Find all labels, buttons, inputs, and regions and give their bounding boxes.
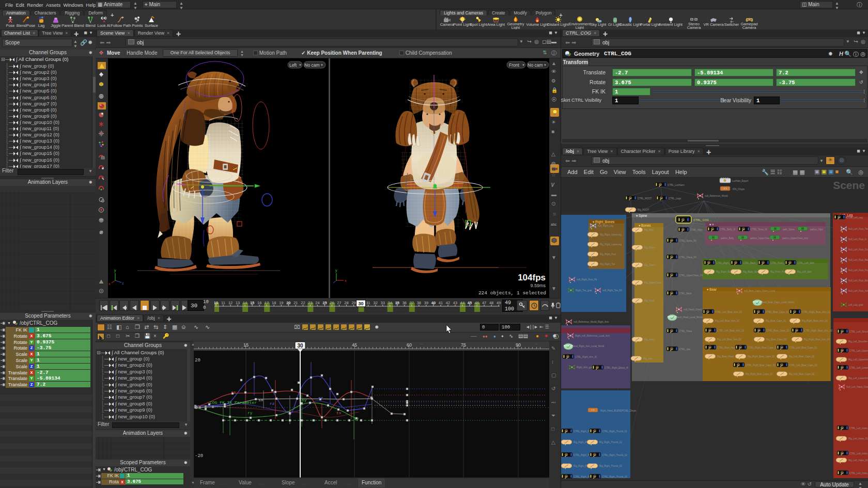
svg-text:CTRL_Right_Bear_Arm_01: CTRL_Right_Bear_Arm_01 [802,311,831,313]
svg-text:Rig_Bear_Head: Rig_Bear_Head [717,355,734,358]
svg-text:20: 20 [286,301,290,305]
svg-text:19: 19 [279,301,283,305]
svg-text:CTRL_ROOT: CTRL_ROOT [638,197,652,200]
svg-text:Right_Hand_BLENDPOSE_Chops: Right_Hand_BLENDPOSE_Chops [600,410,637,412]
svg-text:CTRL_Left_Index_0: CTRL_Left_Index_0 [849,427,868,430]
svg-text:Value: Value [239,480,252,485]
svg-text:▼: ▼ [320,64,323,67]
svg-text:CTRL_Left_Index_1: CTRL_Left_Index_1 [849,452,868,455]
svg-text:24: 24 [315,301,319,305]
svg-text:-20: -20 [195,453,203,459]
svg-text:35: 35 [395,301,399,305]
svg-text:30: 30 [297,343,303,349]
svg-text:48: 48 [489,301,493,305]
svg-text:Rig_Left_Bear_Arm_01: Rig_Left_Bear_Arm_01 [715,320,740,322]
svg-text:Rig_Left_UpperArm: Rig_Left_UpperArm [848,358,868,361]
svg-text:Scene: Scene [833,179,865,191]
svg-text:32: 32 [374,301,378,305]
svg-text:......: ...... [301,481,308,485]
svg-text:26: 26 [330,301,334,305]
svg-text:Rig_UpperChest: Rig_UpperChest [644,281,662,284]
svg-text:▼: ▼ [522,64,525,67]
svg-text:▼: ▼ [544,64,547,67]
svg-text:Rig_Right_UpperLeg: Rig_Right_UpperLeg [600,233,622,236]
svg-text:Left_Leg_goal: Left_Leg_goal [848,304,863,306]
svg-text:CTRL_Head: CTRL_Head [679,330,692,333]
svg-text:Rig_Back_Skirt: Rig_Back_Skirt [743,271,760,273]
svg-text:CTRL_Spine_FK: CTRL_Spine_FK [679,240,696,242]
svg-text:224 objects, 1 selected: 224 objects, 1 selected [478,290,546,296]
svg-text:Null_Left_Foot_Mid: Null_Left_Foot_Mid [848,279,868,282]
svg-text:Rig_Left_Skirt: Rig_Left_Skirt [797,271,812,273]
svg-text:x: x [345,279,347,282]
svg-text:16: 16 [257,301,261,305]
svg-text:CTRL_Jaw: CTRL_Jaw [679,348,691,351]
svg-text:18: 18 [272,301,276,305]
svg-text:Null_Left_Foot_In: Null_Left_Foot_In [848,238,867,241]
svg-text:CTRL_COG: CTRL_COG [693,218,709,222]
svg-text:CTRL_Right_Elbow_IK: CTRL_Right_Elbow_IK [605,367,628,369]
svg-text:null_Bear_Cape_Orient_Local: null_Bear_Cape_Orient_Local [744,290,775,292]
svg-text:36: 36 [402,301,407,305]
svg-text:42: 42 [446,301,450,305]
svg-text:46: 46 [475,301,479,305]
svg-text:CTRL_Left_Bear_Arm_02: CTRL_Left_Bear_Arm_02 [717,329,745,332]
svg-text:Rig_Left_Index_01: Rig_Left_Index_01 [848,437,868,440]
svg-text:Frame: Frame [200,480,215,485]
svg-text:17: 17 [265,301,269,305]
svg-text:CTRL_Bear_Cape_01: CTRL_Bear_Cape_01 [766,311,789,313]
svg-text:14: 14 [243,301,247,305]
svg-text:CTRL_Left_Bear_Arm_01: CTRL_Left_Bear_Arm_01 [715,311,742,313]
svg-text:Rig_Right_Bear_Arm_04: Rig_Right_Bear_Arm_04 [804,338,830,341]
svg-text:CTRL_Neck: CTRL_Neck [679,292,692,295]
svg-text:CTRL_Legs: CTRL_Legs [669,197,681,200]
svg-text:blend_Bear_Cape_Local_World: blend_Bear_Cape_Local_World [761,301,794,304]
svg-text:Rig_Neck: Rig_Neck [644,300,655,302]
svg-text:......: ...... [258,481,265,485]
svg-text:sz: sz [318,396,323,400]
svg-text:Rig_Left_LowerArm: Rig_Left_LowerArm [848,377,868,380]
svg-text:Function: Function [362,480,381,485]
svg-text:49: 49 [497,301,501,305]
svg-text:......: ...... [344,481,351,485]
svg-text:43: 43 [453,301,457,305]
svg-text:null_Right_Leg: null_Right_Leg [598,225,614,227]
svg-text:CTRL_Left_Shoulder: CTRL_Left_Shoulder [849,330,868,333]
svg-text:CTRL_Right_Bear_Arm_02: CTRL_Right_Bear_Arm_02 [804,329,833,332]
svg-text:CTRL_Torso_IK: CTRL_Torso_IK [751,228,767,231]
svg-text:y: y [335,269,337,273]
svg-text:Rig_Right_Toe: Rig_Right_Toe [600,263,615,265]
svg-text:Rig_Right_Skirt: Rig_Right_Skirt [716,271,733,273]
svg-text:CTRL_Left_Index_2: CTRL_Left_Index_2 [849,472,868,475]
svg-text:31: 31 [366,301,370,305]
svg-text:ry: ry [247,411,253,415]
svg-text:No cam: No cam [528,62,542,68]
svg-text:CTRL_Bear_Head: CTRL_Bear_Head [717,347,737,349]
svg-text:Rig_Left_Bear_Cape_01: Rig_Left_Bear_Cape_01 [789,355,815,358]
svg-text:tx: tx [336,411,342,415]
svg-text:CTRL_Right_Thumb_02: CTRL_Right_Thumb_02 [602,454,627,456]
svg-text:▾ Spine: ▾ Spine [636,214,647,218]
svg-text:blend_Head_Local_World: blend_Head_Local_World [676,316,703,319]
svg-text:ty: ty [354,416,359,421]
svg-text:40: 40 [431,301,436,305]
svg-text:CTRL_UpperChest_FK: CTRL_UpperChest_FK [679,274,703,277]
svg-text:......: ...... [220,481,226,485]
svg-text:Rig_ROOT: Rig_ROOT [638,209,649,211]
svg-text:44: 44 [460,301,464,305]
svg-text:CTRL_Luchtann: CTRL_Luchtann [668,184,685,186]
svg-text:pathcv_UpperChest: pathcv_UpperChest [750,237,771,240]
svg-text:Accel: Accel [324,480,337,485]
svg-text:Rig_Right_Thumb_01: Rig_Right_Thumb_01 [599,441,622,444]
svg-text:39: 39 [424,301,428,305]
svg-text:No cam: No cam [304,62,319,68]
svg-text:CTRL_Chest_FK: CTRL_Chest_FK [679,256,696,259]
svg-text:11: 11 [221,301,225,305]
svg-text:CTRL_Hips: CTRL_Hips [690,229,703,231]
svg-text:rz: rz [270,401,275,406]
svg-text:Rig_Left_Shoulder: Rig_Left_Shoulder [848,340,868,343]
svg-text:CTRL_Left_UpperArm: CTRL_Left_UpperArm [849,350,868,352]
svg-text:38: 38 [417,301,421,305]
svg-text:z: z [122,281,124,285]
svg-text:Null_Left_Foot_Ankle: Null_Left_Foot_Ankle [848,290,868,292]
